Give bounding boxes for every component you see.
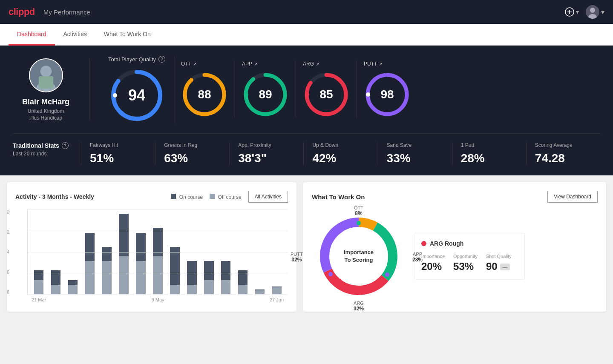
off-course-bar	[85, 261, 95, 294]
arg-seg-value: 32%	[354, 306, 364, 312]
tab-dashboard[interactable]: Dashboard	[9, 24, 55, 46]
shot-quality-value: 90	[486, 261, 498, 272]
off-course-bar	[187, 285, 196, 294]
off-course-bar	[51, 285, 60, 294]
bottom-row: Activity - 3 Months - Weekly On course O…	[0, 175, 613, 318]
opportunity-label: Opportunity	[453, 254, 478, 259]
putt-seg-value: 32%	[291, 257, 303, 263]
view-dashboard-button[interactable]: View Dashboard	[547, 191, 598, 203]
bar-group	[100, 209, 114, 294]
importance-value: 20%	[421, 261, 445, 272]
detail-dot	[421, 241, 426, 246]
on-course-bar	[204, 261, 213, 280]
y-label-6: 6	[7, 269, 9, 275]
off-course-bar	[119, 256, 128, 294]
scoring-avg-label: Scoring Average	[535, 142, 573, 148]
app-label-pos: APP 28%	[412, 252, 423, 263]
header-right: ▾ ▾	[565, 5, 604, 19]
off-course-bar	[102, 261, 112, 294]
on-course-bar	[170, 247, 179, 285]
add-button[interactable]: ▾	[565, 7, 579, 17]
bar-group	[236, 209, 250, 294]
putt-seg-label: PUTT	[291, 252, 303, 257]
ott-label: OTT ↗	[181, 61, 196, 67]
avatar	[586, 5, 599, 19]
app-value: 89	[259, 88, 272, 101]
tpq-label: Total Player Quality ?	[108, 56, 165, 63]
header: clippd My Performance ▾ ▾	[0, 0, 613, 24]
detail-card-title: ARG Rough	[421, 240, 518, 247]
off-course-bar	[153, 256, 162, 294]
donut-chart: Importance To Scoring OTT 8% APP 28% ARG…	[312, 209, 406, 303]
bar-group	[253, 209, 267, 294]
scoring-avg-value: 74.28	[535, 152, 565, 165]
shot-quality-badge: —	[500, 264, 510, 270]
ott-seg-value: 8%	[354, 210, 363, 216]
svg-point-17	[244, 92, 248, 97]
shot-quality-row: 90 —	[486, 261, 512, 272]
svg-point-7	[40, 66, 52, 77]
stat-app-proximity: App. Proximity 38'3"	[229, 142, 303, 165]
player-avatar	[29, 58, 63, 92]
player-name: Blair McHarg	[22, 97, 69, 106]
player-info: Blair McHarg United Kingdom Plus Handica…	[13, 58, 89, 121]
shot-quality-label: Shot Quality	[486, 254, 512, 259]
all-activities-button[interactable]: All Activities	[248, 191, 288, 203]
quality-scores: Total Player Quality ? 94 OTT ↗	[89, 56, 600, 123]
detail-importance: Importance 20%	[421, 254, 445, 272]
tpq-circle: 94	[109, 68, 164, 123]
ott-circle: 88	[181, 71, 228, 118]
on-course-bar	[51, 270, 60, 284]
sand-save-value: 33%	[387, 152, 411, 165]
off-course-legend: Off course	[210, 194, 241, 200]
svg-point-20	[305, 92, 309, 97]
putt-section: PUTT ↗ 98	[357, 61, 417, 118]
up-and-down-value: 42%	[312, 152, 336, 165]
bar-group	[117, 209, 131, 294]
on-course-bar	[187, 261, 196, 285]
on-course-bar	[153, 228, 162, 256]
user-menu[interactable]: ▾	[586, 5, 604, 19]
add-circle-icon	[565, 7, 574, 17]
tpq-section: Total Player Quality ? 94	[100, 56, 174, 123]
on-course-legend: On course	[171, 194, 203, 200]
putt-arrow-icon: ↗	[379, 62, 382, 66]
off-course-bar	[221, 280, 230, 294]
hero-section: Blair McHarg United Kingdom Plus Handica…	[0, 46, 613, 175]
bar-group	[32, 209, 46, 294]
detail-card: ARG Rough Importance 20% Opportunity 53%…	[414, 233, 525, 280]
x-label-mar: 21 Mar	[32, 297, 46, 302]
chart-header: Activity - 3 Months - Weekly On course O…	[15, 191, 288, 203]
app-seg-label: APP	[412, 252, 423, 257]
bar-group	[219, 209, 233, 294]
chart-controls: On course Off course All Activities	[171, 191, 288, 203]
on-course-bar	[34, 270, 43, 280]
off-course-bar	[68, 285, 78, 294]
tab-what-to-work-on[interactable]: What To Work On	[95, 24, 159, 46]
on-course-bar	[102, 247, 112, 261]
ott-arrow-icon: ↗	[193, 62, 196, 66]
stat-fairways-hit: Fairways Hit 51%	[81, 142, 155, 165]
app-proximity-value: 38'3"	[238, 152, 267, 165]
fairways-hit-value: 51%	[90, 152, 114, 165]
arg-label: ARG ↗	[303, 61, 319, 67]
activity-panel: Activity - 3 Months - Weekly On course O…	[7, 182, 296, 312]
on-course-bar	[68, 280, 78, 285]
stats-help-icon[interactable]: ?	[62, 142, 69, 149]
stats-sub-label: Last 20 rounds	[13, 151, 81, 157]
svg-point-4	[590, 8, 595, 13]
detail-opportunity: Opportunity 53%	[453, 254, 478, 272]
detail-metrics: Importance 20% Opportunity 53% Shot Qual…	[421, 254, 518, 272]
chart-x-labels: 21 Mar 9 May 27 Jun	[27, 295, 288, 302]
tpq-help-icon[interactable]: ?	[158, 56, 165, 63]
wtwo-header: What To Work On View Dashboard	[312, 191, 598, 203]
y-label-0: 0	[7, 209, 9, 215]
off-course-bar	[136, 261, 145, 294]
off-course-bar	[34, 280, 43, 294]
greens-in-reg-value: 63%	[164, 152, 188, 165]
app-label: APP ↗	[242, 61, 257, 67]
stat-one-putt: 1 Putt 28%	[452, 142, 526, 165]
app-seg-value: 28%	[412, 257, 423, 263]
app-proximity-label: App. Proximity	[238, 142, 271, 148]
tab-activities[interactable]: Activities	[55, 24, 95, 46]
